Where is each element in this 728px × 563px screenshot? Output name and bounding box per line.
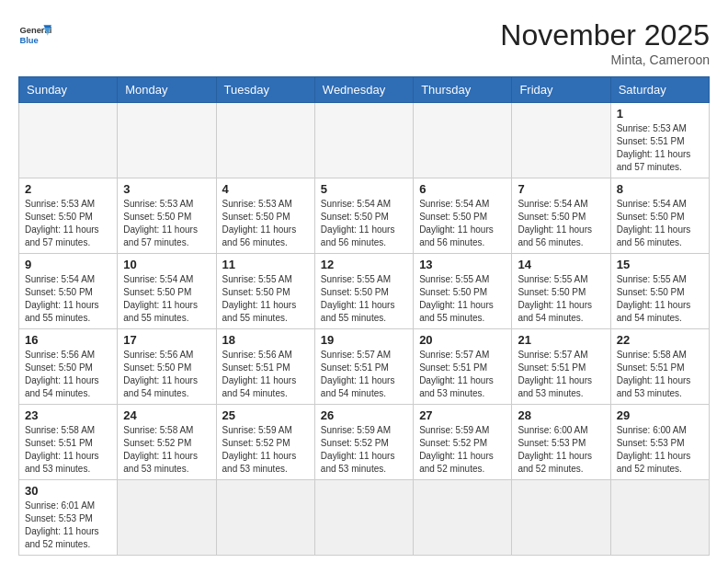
day-info: Sunrise: 5:55 AMSunset: 5:50 PMDaylight:…	[419, 273, 506, 325]
day-number: 7	[518, 182, 604, 196]
calendar-cell	[314, 480, 413, 556]
weekday-header-row: SundayMondayTuesdayWednesdayThursdayFrid…	[19, 77, 710, 103]
day-number: 29	[617, 408, 703, 422]
calendar-cell	[512, 103, 610, 178]
calendar-cell: 19Sunrise: 5:57 AMSunset: 5:51 PMDayligh…	[314, 329, 413, 405]
calendar-cell: 10Sunrise: 5:54 AMSunset: 5:50 PMDayligh…	[118, 254, 216, 329]
weekday-header-wednesday: Wednesday	[314, 77, 413, 103]
day-info: Sunrise: 5:54 AMSunset: 5:50 PMDaylight:…	[123, 273, 210, 325]
day-info: Sunrise: 5:56 AMSunset: 5:50 PMDaylight:…	[123, 349, 210, 400]
calendar-cell: 22Sunrise: 5:58 AMSunset: 5:51 PMDayligh…	[610, 329, 709, 405]
calendar: SundayMondayTuesdayWednesdayThursdayFrid…	[18, 76, 710, 556]
day-info: Sunrise: 5:57 AMSunset: 5:51 PMDaylight:…	[419, 349, 506, 400]
day-info: Sunrise: 5:53 AMSunset: 5:50 PMDaylight:…	[222, 198, 309, 249]
day-number: 21	[518, 333, 604, 347]
day-number: 2	[25, 182, 111, 196]
day-number: 13	[419, 258, 506, 271]
weekday-header-monday: Monday	[118, 77, 216, 103]
calendar-cell: 13Sunrise: 5:55 AMSunset: 5:50 PMDayligh…	[414, 254, 512, 329]
logo-icon: General Blue	[18, 18, 51, 52]
calendar-cell: 3Sunrise: 5:53 AMSunset: 5:50 PMDaylight…	[118, 178, 216, 254]
day-number: 16	[25, 333, 111, 347]
day-info: Sunrise: 5:54 AMSunset: 5:50 PMDaylight:…	[518, 198, 604, 249]
day-info: Sunrise: 5:54 AMSunset: 5:50 PMDaylight:…	[617, 198, 703, 249]
day-info: Sunrise: 5:53 AMSunset: 5:50 PMDaylight:…	[25, 198, 111, 249]
day-info: Sunrise: 5:54 AMSunset: 5:50 PMDaylight:…	[321, 198, 407, 249]
day-number: 27	[419, 408, 506, 422]
day-info: Sunrise: 6:00 AMSunset: 5:53 PMDaylight:…	[518, 424, 604, 476]
day-info: Sunrise: 5:56 AMSunset: 5:50 PMDaylight:…	[25, 349, 111, 400]
calendar-cell: 16Sunrise: 5:56 AMSunset: 5:50 PMDayligh…	[19, 329, 118, 405]
calendar-cell: 8Sunrise: 5:54 AMSunset: 5:50 PMDaylight…	[610, 178, 709, 254]
month-title: November 2025	[500, 18, 710, 52]
day-number: 17	[123, 333, 210, 347]
calendar-cell: 26Sunrise: 5:59 AMSunset: 5:52 PMDayligh…	[314, 405, 413, 480]
calendar-cell	[414, 103, 512, 178]
calendar-cell	[216, 103, 314, 178]
weekday-header-friday: Friday	[512, 77, 610, 103]
day-info: Sunrise: 5:58 AMSunset: 5:52 PMDaylight:…	[123, 424, 210, 476]
day-info: Sunrise: 5:55 AMSunset: 5:50 PMDaylight:…	[321, 273, 407, 325]
day-info: Sunrise: 6:01 AMSunset: 5:53 PMDaylight:…	[25, 500, 111, 551]
location-subtitle: Minta, Cameroon	[500, 52, 710, 67]
calendar-cell	[118, 103, 216, 178]
weekday-header-thursday: Thursday	[414, 77, 512, 103]
calendar-cell	[314, 103, 413, 178]
day-number: 3	[123, 182, 210, 196]
day-number: 5	[321, 182, 407, 196]
weekday-header-sunday: Sunday	[19, 77, 118, 103]
day-number: 19	[321, 333, 407, 347]
day-info: Sunrise: 6:00 AMSunset: 5:53 PMDaylight:…	[617, 424, 703, 476]
calendar-week-row: 30Sunrise: 6:01 AMSunset: 5:53 PMDayligh…	[19, 480, 710, 556]
day-info: Sunrise: 5:58 AMSunset: 5:51 PMDaylight:…	[25, 424, 111, 476]
day-info: Sunrise: 5:53 AMSunset: 5:50 PMDaylight:…	[123, 198, 210, 249]
day-info: Sunrise: 5:57 AMSunset: 5:51 PMDaylight:…	[321, 349, 407, 400]
calendar-cell	[19, 103, 118, 178]
calendar-cell: 14Sunrise: 5:55 AMSunset: 5:50 PMDayligh…	[512, 254, 610, 329]
title-section: November 2025 Minta, Cameroon	[500, 18, 710, 67]
weekday-header-saturday: Saturday	[610, 77, 709, 103]
day-number: 24	[123, 408, 210, 422]
day-info: Sunrise: 5:56 AMSunset: 5:51 PMDaylight:…	[222, 349, 309, 400]
day-number: 11	[222, 258, 309, 271]
day-info: Sunrise: 5:58 AMSunset: 5:51 PMDaylight:…	[617, 349, 703, 400]
day-info: Sunrise: 5:57 AMSunset: 5:51 PMDaylight:…	[518, 349, 604, 400]
day-number: 1	[617, 107, 703, 121]
day-number: 8	[617, 182, 703, 196]
day-number: 18	[222, 333, 309, 347]
calendar-cell: 28Sunrise: 6:00 AMSunset: 5:53 PMDayligh…	[512, 405, 610, 480]
calendar-cell: 24Sunrise: 5:58 AMSunset: 5:52 PMDayligh…	[118, 405, 216, 480]
day-info: Sunrise: 5:55 AMSunset: 5:50 PMDaylight:…	[518, 273, 604, 325]
day-number: 15	[617, 258, 703, 271]
day-info: Sunrise: 5:59 AMSunset: 5:52 PMDaylight:…	[321, 424, 407, 476]
day-number: 25	[222, 408, 309, 422]
day-info: Sunrise: 5:54 AMSunset: 5:50 PMDaylight:…	[419, 198, 506, 249]
day-number: 14	[518, 258, 604, 271]
calendar-cell: 7Sunrise: 5:54 AMSunset: 5:50 PMDaylight…	[512, 178, 610, 254]
calendar-cell: 1Sunrise: 5:53 AMSunset: 5:51 PMDaylight…	[610, 103, 709, 178]
svg-text:Blue: Blue	[19, 36, 38, 45]
calendar-week-row: 1Sunrise: 5:53 AMSunset: 5:51 PMDaylight…	[19, 103, 710, 178]
day-number: 23	[25, 408, 111, 422]
calendar-cell: 17Sunrise: 5:56 AMSunset: 5:50 PMDayligh…	[118, 329, 216, 405]
calendar-week-row: 16Sunrise: 5:56 AMSunset: 5:50 PMDayligh…	[19, 329, 710, 405]
calendar-cell: 4Sunrise: 5:53 AMSunset: 5:50 PMDaylight…	[216, 178, 314, 254]
calendar-cell: 30Sunrise: 6:01 AMSunset: 5:53 PMDayligh…	[19, 480, 118, 556]
day-number: 10	[123, 258, 210, 271]
day-number: 28	[518, 408, 604, 422]
calendar-week-row: 23Sunrise: 5:58 AMSunset: 5:51 PMDayligh…	[19, 405, 710, 480]
day-number: 26	[321, 408, 407, 422]
calendar-cell: 11Sunrise: 5:55 AMSunset: 5:50 PMDayligh…	[216, 254, 314, 329]
day-info: Sunrise: 5:59 AMSunset: 5:52 PMDaylight:…	[222, 424, 309, 476]
day-info: Sunrise: 5:55 AMSunset: 5:50 PMDaylight:…	[617, 273, 703, 325]
day-info: Sunrise: 5:59 AMSunset: 5:52 PMDaylight:…	[419, 424, 506, 476]
calendar-cell: 29Sunrise: 6:00 AMSunset: 5:53 PMDayligh…	[610, 405, 709, 480]
header: General Blue November 2025 Minta, Camero…	[18, 18, 710, 67]
calendar-cell: 15Sunrise: 5:55 AMSunset: 5:50 PMDayligh…	[610, 254, 709, 329]
day-info: Sunrise: 5:55 AMSunset: 5:50 PMDaylight:…	[222, 273, 309, 325]
day-number: 30	[25, 484, 111, 498]
day-info: Sunrise: 5:53 AMSunset: 5:51 PMDaylight:…	[617, 122, 703, 174]
day-number: 22	[617, 333, 703, 347]
calendar-cell: 5Sunrise: 5:54 AMSunset: 5:50 PMDaylight…	[314, 178, 413, 254]
day-number: 6	[419, 182, 506, 196]
